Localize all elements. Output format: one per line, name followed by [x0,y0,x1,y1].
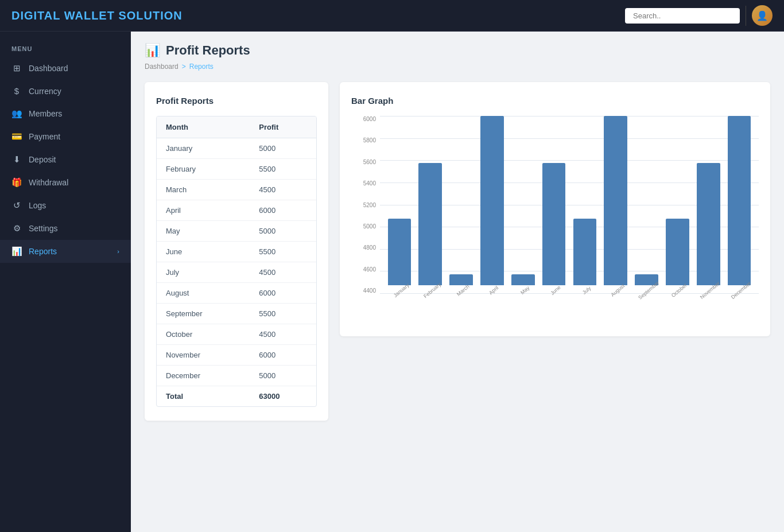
bar-col: February [417,116,444,294]
table-row: December5000 [157,366,316,386]
y-axis-label: 5600 [351,159,379,165]
table-row: February5500 [157,159,316,180]
y-axis-label: 4400 [351,288,379,294]
table-total-row: Total63000 [157,386,316,407]
y-axis-label: 6000 [351,116,379,122]
table-row: June5500 [157,242,316,262]
avatar[interactable]: 👤 [752,5,773,26]
sidebar-item-payment[interactable]: 💳Payment [0,125,131,148]
bar-label: May [519,285,530,296]
page-header-icon: 📊 [145,43,160,58]
bar-august[interactable] [604,116,627,285]
bar-march[interactable] [449,274,473,285]
cell-month: July [157,262,250,283]
table-header-row: Month Profit [157,117,316,138]
bar-col: May [509,116,537,294]
bar-february[interactable] [418,163,442,285]
cell-month: January [157,138,250,159]
cards-row: Profit Reports Month Profit January5000F… [145,82,770,421]
y-axis-label: 5200 [351,202,379,208]
bar-october[interactable] [666,219,689,285]
breadcrumb-current: Reports [189,63,214,71]
cell-month: December [157,366,250,386]
bar-label: July [581,285,592,296]
sidebar-item-logs[interactable]: ↺Logs [0,194,131,217]
cell-profit: 6000 [250,200,316,221]
cell-profit: 5000 [250,138,316,159]
col-profit: Profit [250,117,316,138]
withdrawal-icon: 🎁 [11,177,22,188]
y-axis-labels: 440046004800500052005400560058006000 [351,116,379,294]
bar-col: August [602,116,630,294]
cell-profit: 4500 [250,180,316,200]
table-row: May5000 [157,221,316,242]
layout: MENU ⊞Dashboard$Currency👥Members💳Payment… [0,32,784,532]
sidebar-item-reports[interactable]: 📊Reports› [0,240,131,263]
y-axis-label: 5800 [351,137,379,143]
profit-table-title: Profit Reports [156,96,317,106]
y-axis-label: 5000 [351,223,379,230]
total-label: Total [157,386,250,407]
sidebar-item-dashboard[interactable]: ⊞Dashboard [0,57,131,80]
members-icon: 👥 [11,108,22,119]
menu-label: MENU [0,37,131,57]
bar-graph-card: Bar Graph 440046004800500052005400560058… [340,82,770,336]
profit-table: Month Profit January5000February5500Marc… [157,117,316,406]
table-row: November6000 [157,345,316,366]
topbar-right: 👤 [625,5,773,26]
chart-container: 440046004800500052005400560058006000 Jan… [351,116,759,323]
bar-april[interactable] [480,116,504,285]
profit-table-wrapper: Month Profit January5000February5500Marc… [156,116,317,407]
y-axis-label: 4800 [351,244,379,251]
dashboard-icon: ⊞ [11,63,22,73]
cell-profit: 6000 [250,283,316,304]
breadcrumb-separator: > [182,63,186,71]
bars-area: JanuaryFebruaryMarchAprilMayJuneJulyAugu… [380,116,759,294]
cell-profit: 5500 [250,242,316,262]
sidebar-item-withdrawal[interactable]: 🎁Withdrawal [0,171,131,194]
bar-july[interactable] [573,219,597,285]
bar-june[interactable] [542,163,566,285]
topbar: DIGITAL WALLET SOLUTION 👤 [0,0,784,32]
bar-january[interactable] [388,219,412,285]
bar-november[interactable] [697,163,720,285]
bar-col: April [478,116,506,294]
cell-month: October [157,324,250,345]
profit-table-card: Profit Reports Month Profit January5000F… [145,82,328,421]
currency-icon: $ [11,86,22,96]
cell-month: August [157,283,250,304]
bar-col: July [571,116,599,294]
cell-profit: 5000 [250,366,316,386]
sidebar-label-dashboard: Dashboard [29,64,68,73]
sidebar-label-settings: Settings [29,224,58,233]
sidebar-item-settings[interactable]: ⚙Settings [0,217,131,240]
table-row: October4500 [157,324,316,345]
bar-col: January [386,116,413,294]
table-row: April6000 [157,200,316,221]
sidebar-label-deposit: Deposit [29,155,56,164]
sidebar-item-currency[interactable]: $Currency [0,80,131,102]
chevron-icon-reports: › [117,248,119,255]
bar-col: June [540,116,568,294]
bar-december[interactable] [728,116,751,285]
sidebar-label-reports: Reports [29,247,57,256]
bar-col: November [694,116,722,294]
cell-month: March [157,180,250,200]
sidebar-item-deposit[interactable]: ⬇Deposit [0,148,131,171]
cell-month: November [157,345,250,366]
cell-profit: 6000 [250,345,316,366]
sidebar-item-members[interactable]: 👥Members [0,102,131,125]
cell-month: September [157,304,250,324]
bar-col: March [448,116,475,294]
breadcrumb-parent[interactable]: Dashboard [145,63,178,71]
bar-col: October [663,116,691,294]
sidebar: MENU ⊞Dashboard$Currency👥Members💳Payment… [0,32,131,532]
main-content: 📊 Profit Reports Dashboard > Reports Pro… [131,32,784,532]
bar-label: March [456,284,471,297]
cell-profit: 4500 [250,324,316,345]
cell-month: February [157,159,250,180]
search-input[interactable] [625,8,740,24]
y-axis-label: 5400 [351,180,379,187]
bar-may[interactable] [511,274,535,285]
app-logo: DIGITAL WALLET SOLUTION [11,9,183,22]
